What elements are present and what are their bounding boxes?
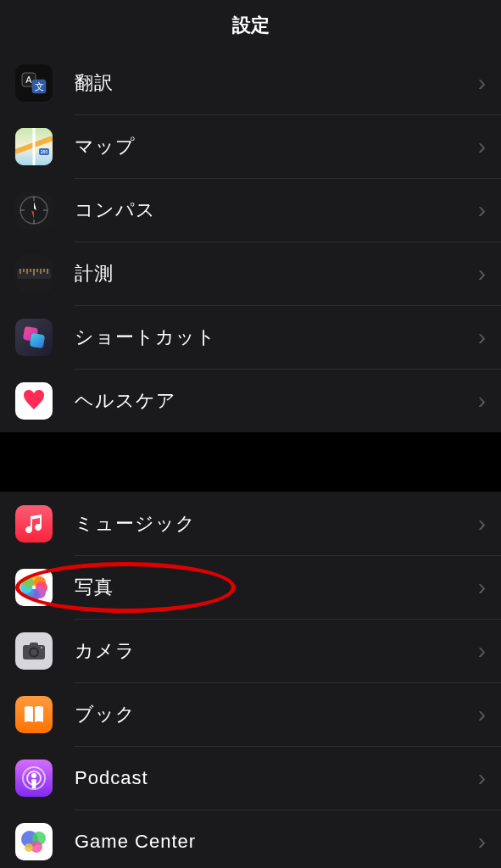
settings-row-gamecenter[interactable]: Game Center ›: [0, 810, 501, 868]
chevron-right-icon: ›: [478, 70, 486, 97]
settings-row-podcast[interactable]: Podcast ›: [0, 746, 501, 810]
svg-marker-13: [31, 210, 34, 219]
svg-marker-12: [34, 202, 36, 210]
shortcuts-icon: [15, 319, 53, 356]
svg-point-45: [25, 843, 33, 852]
page-title: 設定: [0, 0, 501, 51]
svg-point-41: [31, 773, 36, 778]
row-label: ヘルスケア: [75, 388, 478, 414]
row-label: Game Center: [75, 831, 478, 853]
row-label: マップ: [75, 134, 478, 159]
settings-group-2: ミュージック › 写真 ›: [0, 492, 501, 868]
measure-icon: [15, 255, 53, 292]
books-icon: [15, 696, 53, 733]
title-text: 設定: [232, 13, 270, 38]
chevron-right-icon: ›: [478, 387, 486, 415]
settings-row-translate[interactable]: A 文 翻訳 ›: [0, 51, 501, 114]
music-icon: [15, 505, 53, 542]
gamecenter-icon: [15, 823, 53, 860]
row-label: ミュージック: [75, 511, 478, 537]
settings-row-maps[interactable]: 280 マップ ›: [0, 114, 501, 178]
maps-icon: 280: [15, 128, 53, 165]
chevron-right-icon: ›: [478, 260, 486, 287]
settings-group-1: A 文 翻訳 › 280 マップ ›: [0, 51, 501, 432]
svg-rect-25: [30, 332, 46, 348]
row-label: コンパス: [75, 198, 478, 223]
row-label: 写真: [75, 575, 478, 600]
row-label: 計測: [75, 261, 478, 287]
svg-rect-35: [30, 643, 38, 647]
chevron-right-icon: ›: [478, 197, 486, 224]
row-label: ブック: [75, 702, 478, 727]
compass-icon: [15, 192, 53, 229]
chevron-right-icon: ›: [478, 324, 486, 351]
chevron-right-icon: ›: [478, 510, 486, 537]
settings-row-measure[interactable]: 計測 ›: [0, 242, 501, 305]
row-label: カメラ: [75, 638, 478, 664]
row-label: 翻訳: [75, 70, 478, 96]
chevron-right-icon: ›: [478, 701, 486, 728]
row-label: ショートカット: [75, 325, 478, 350]
section-gap: [0, 432, 501, 492]
podcast-icon: [15, 760, 53, 797]
svg-point-33: [22, 576, 34, 588]
chevron-right-icon: ›: [478, 574, 486, 601]
translate-icon: A 文: [15, 64, 53, 102]
row-label: Podcast: [75, 767, 478, 789]
chevron-right-icon: ›: [478, 765, 486, 792]
settings-row-health[interactable]: ヘルスケア ›: [0, 369, 501, 432]
settings-row-photos[interactable]: 写真 ›: [0, 555, 501, 619]
settings-row-books[interactable]: ブック ›: [0, 682, 501, 746]
chevron-right-icon: ›: [478, 828, 486, 855]
chevron-right-icon: ›: [478, 133, 486, 160]
chevron-right-icon: ›: [478, 637, 486, 665]
svg-text:文: 文: [35, 81, 44, 92]
settings-row-music[interactable]: ミュージック ›: [0, 492, 501, 555]
svg-text:A: A: [25, 75, 32, 85]
health-icon: [15, 382, 53, 420]
photos-icon: [15, 569, 53, 606]
svg-point-37: [31, 648, 37, 655]
settings-row-compass[interactable]: コンパス ›: [0, 178, 501, 242]
svg-text:280: 280: [41, 149, 48, 154]
svg-point-38: [41, 647, 42, 648]
settings-row-camera[interactable]: カメラ ›: [0, 619, 501, 682]
camera-icon: [15, 632, 53, 670]
settings-row-shortcuts[interactable]: ショートカット ›: [0, 305, 501, 369]
